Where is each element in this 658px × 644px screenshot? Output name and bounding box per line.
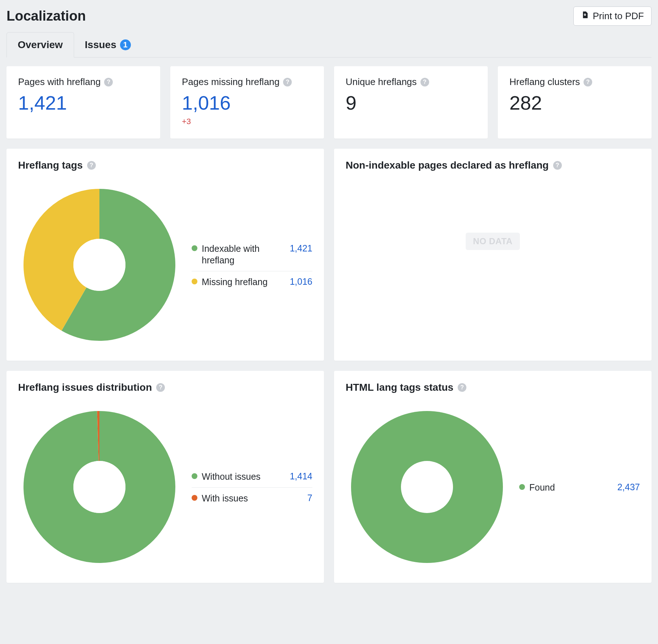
tab-issues[interactable]: Issues 1 — [74, 32, 142, 57]
print-to-pdf-button[interactable]: Print to PDF — [573, 7, 651, 26]
legend-label: Found — [529, 482, 555, 493]
legend-item: Missing hreflang 1,016 — [192, 271, 312, 293]
legend: Without issues 1,414 With issues 7 — [192, 466, 312, 509]
tab-issues-label: Issues — [85, 39, 116, 51]
tab-overview[interactable]: Overview — [7, 32, 74, 58]
legend-label: Missing hreflang — [202, 276, 268, 288]
legend-value[interactable]: 2,437 — [617, 482, 640, 492]
stats-row: Pages with hreflang ? 1,421 Pages missin… — [7, 66, 651, 139]
page-title: Localization — [7, 8, 86, 24]
legend-label: Indexable with hreflang — [202, 243, 278, 266]
chart-hreflang-tags: Hreflang tags ? Indexable with hreflang … — [7, 149, 324, 361]
chart-title-label: HTML lang tags status — [346, 382, 453, 393]
chart-title-label: Non-indexable pages declared as hreflang — [346, 160, 549, 171]
chart-title-label: Hreflang issues distribution — [18, 382, 152, 393]
download-icon — [581, 10, 589, 22]
stat-value: 9 — [346, 93, 476, 113]
help-icon[interactable]: ? — [283, 78, 292, 86]
stat-delta: +3 — [182, 117, 312, 126]
stat-pages-missing-hreflang: Pages missing hreflang ? 1,016 +3 — [170, 66, 324, 139]
legend-item: Indexable with hreflang 1,421 — [192, 238, 312, 271]
legend-value[interactable]: 1,414 — [290, 471, 312, 482]
stat-value: 282 — [509, 93, 640, 113]
help-icon[interactable]: ? — [420, 78, 429, 86]
legend: Indexable with hreflang 1,421 Missing hr… — [192, 238, 312, 293]
swatch-icon — [519, 484, 525, 490]
stat-pages-with-hreflang: Pages with hreflang ? 1,421 — [7, 66, 160, 139]
legend-label: With issues — [202, 493, 248, 504]
swatch-icon — [192, 495, 197, 501]
donut-chart — [346, 406, 508, 570]
issues-count-badge: 1 — [120, 39, 131, 50]
stat-value[interactable]: 1,016 — [182, 93, 312, 113]
swatch-icon — [192, 245, 197, 251]
stat-value[interactable]: 1,421 — [18, 93, 149, 113]
legend: Found 2,437 — [519, 477, 640, 498]
legend-value[interactable]: 1,016 — [290, 276, 312, 287]
no-data-badge: NO DATA — [466, 233, 520, 250]
legend-item: Without issues 1,414 — [192, 466, 312, 488]
stat-label: Pages with hreflang — [18, 76, 101, 88]
tabs: Overview Issues 1 — [7, 32, 651, 58]
help-icon[interactable]: ? — [156, 383, 165, 392]
chart-non-indexable: Non-indexable pages declared as hreflang… — [334, 149, 651, 361]
svg-point-3 — [401, 461, 453, 513]
help-icon[interactable]: ? — [458, 383, 466, 392]
stat-label: Hreflang clusters — [509, 76, 580, 88]
swatch-icon — [192, 473, 197, 479]
help-icon[interactable]: ? — [584, 78, 592, 86]
stat-unique-hreflangs: Unique hreflangs ? 9 — [334, 66, 488, 139]
legend-label: Without issues — [202, 471, 261, 482]
chart-title-label: Hreflang tags — [18, 160, 83, 171]
print-to-pdf-label: Print to PDF — [593, 10, 644, 22]
help-icon[interactable]: ? — [553, 161, 562, 170]
legend-value[interactable]: 1,421 — [290, 243, 312, 254]
chart-html-lang: HTML lang tags status ? Found 2,437 — [334, 371, 651, 583]
chart-issues-distribution: Hreflang issues distribution ? Without i… — [7, 371, 324, 583]
svg-point-0 — [73, 239, 125, 291]
donut-chart — [18, 183, 181, 348]
legend-item: With issues 7 — [192, 488, 312, 509]
stat-label: Unique hreflangs — [346, 76, 417, 88]
legend-value[interactable]: 7 — [307, 493, 312, 503]
legend-item: Found 2,437 — [519, 477, 640, 498]
swatch-icon — [192, 279, 197, 284]
stat-label: Pages missing hreflang — [182, 76, 279, 88]
help-icon[interactable]: ? — [104, 78, 113, 86]
tab-overview-label: Overview — [18, 39, 63, 51]
stat-hreflang-clusters: Hreflang clusters ? 282 — [498, 66, 651, 139]
donut-chart — [18, 406, 181, 570]
help-icon[interactable]: ? — [87, 161, 96, 170]
svg-point-1 — [73, 461, 125, 513]
